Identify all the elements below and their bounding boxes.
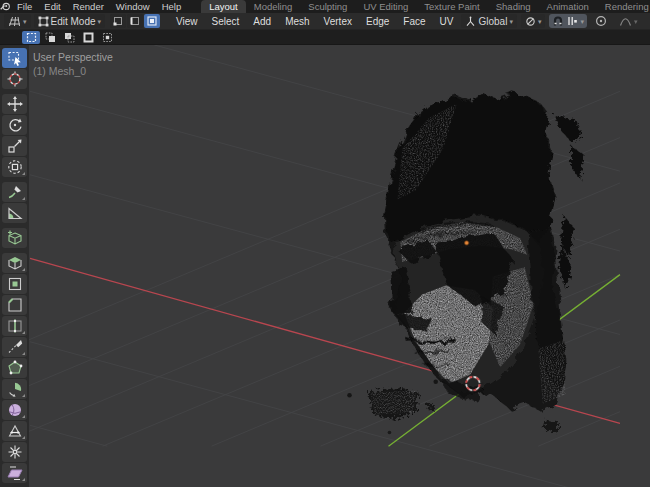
snap-magnet-icon[interactable]	[552, 15, 564, 27]
header-right-controls: Global ▾ ▾ ▾ ▾	[461, 14, 641, 28]
chevron-down-icon: ▾	[98, 18, 102, 25]
tool-move[interactable]	[2, 94, 27, 114]
menu-window[interactable]: Window	[110, 0, 156, 13]
edit-mode-icon	[38, 16, 49, 27]
menu-file[interactable]: File	[11, 0, 38, 13]
object-origin-dot	[464, 241, 468, 245]
editor-type-icon	[8, 16, 21, 27]
transform-orientation-dropdown[interactable]: Global ▾	[461, 14, 516, 28]
tool-shear[interactable]	[2, 463, 27, 483]
editor-type-button[interactable]: ▾	[4, 14, 31, 28]
proportional-editing-icon	[595, 15, 607, 27]
menu-face[interactable]: Face	[396, 16, 432, 27]
tool-loop-cut[interactable]	[2, 316, 27, 336]
select-mode-buttons	[110, 14, 160, 28]
chevron-down-icon: ▾	[634, 18, 638, 25]
tab-rendering[interactable]: Rendering	[597, 0, 650, 13]
select-mode-intersect-button[interactable]	[98, 31, 116, 44]
tool-rotate[interactable]	[2, 115, 27, 135]
tool-inset-faces[interactable]	[2, 274, 27, 294]
head-mesh	[384, 92, 584, 411]
tool-cursor[interactable]	[2, 69, 27, 89]
snap-target-icon[interactable]	[566, 15, 578, 27]
select-mode-invert-button[interactable]	[79, 31, 97, 44]
blender-logo-icon[interactable]	[0, 0, 11, 13]
viewport-header: ▾ Edit Mode ▾ View Select Add Mesh Verte…	[0, 13, 650, 30]
menu-edit[interactable]: Edit	[38, 0, 66, 13]
tab-modeling[interactable]: Modeling	[246, 0, 301, 13]
mode-dropdown[interactable]: Edit Mode ▾	[34, 14, 106, 28]
tool-transform[interactable]	[2, 157, 27, 177]
workspace-tabs: Layout Modeling Sculpting UV Editing Tex…	[201, 0, 650, 13]
select-mode-set-button[interactable]	[22, 31, 40, 44]
menu-uv[interactable]: UV	[433, 16, 461, 27]
topbar: File Edit Render Window Help Layout Mode…	[0, 0, 650, 13]
menu-render[interactable]: Render	[67, 0, 110, 13]
tool-annotate[interactable]	[2, 182, 27, 202]
falloff-curve-icon	[619, 15, 632, 27]
proportional-editing-toggle[interactable]	[591, 14, 611, 28]
snapping-controls: ▾	[549, 14, 587, 28]
tool-settings-bar	[0, 30, 650, 45]
tool-smooth[interactable]	[2, 400, 27, 420]
tool-edge-slide[interactable]	[2, 421, 27, 441]
edge-select-button[interactable]	[127, 14, 143, 28]
menu-mesh[interactable]: Mesh	[278, 16, 316, 27]
pivot-point-dropdown[interactable]: ▾	[521, 14, 546, 28]
pivot-point-icon	[525, 16, 536, 27]
tool-shrink-fatten[interactable]	[2, 442, 27, 462]
menu-select[interactable]: Select	[205, 16, 247, 27]
tool-measure[interactable]	[2, 203, 27, 223]
vertex-select-button[interactable]	[110, 14, 126, 28]
viewport-menus: View Select Add Mesh Vertex Edge Face UV	[169, 16, 460, 27]
menu-vertex[interactable]: Vertex	[317, 16, 359, 27]
select-mode-subtract-button[interactable]	[60, 31, 78, 44]
tool-extrude-region[interactable]	[2, 253, 27, 273]
falloff-dropdown[interactable]: ▾	[615, 14, 642, 28]
tool-spin[interactable]	[2, 379, 27, 399]
tab-sculpting[interactable]: Sculpting	[300, 0, 355, 13]
chevron-down-icon[interactable]: ▾	[580, 18, 584, 25]
tool-bevel[interactable]	[2, 295, 27, 315]
chevron-down-icon: ▾	[23, 18, 27, 25]
tool-knife[interactable]	[2, 337, 27, 357]
menu-view[interactable]: View	[169, 16, 205, 27]
menu-help[interactable]: Help	[156, 0, 188, 13]
toolbar	[0, 45, 29, 487]
face-select-button[interactable]	[144, 14, 160, 28]
blender-window: { "colors": { "accent": "#4772b3", "topb…	[0, 0, 650, 487]
tool-scale[interactable]	[2, 136, 27, 156]
mode-label: Edit Mode	[51, 16, 96, 27]
chevron-down-icon: ▾	[538, 18, 542, 25]
orientation-label: Global	[478, 16, 507, 27]
tab-animation[interactable]: Animation	[539, 0, 597, 13]
tab-texture-paint[interactable]: Texture Paint	[416, 0, 487, 13]
tool-select-box[interactable]	[2, 48, 27, 68]
tab-shading[interactable]: Shading	[488, 0, 539, 13]
orientation-axes-icon	[465, 16, 476, 27]
tool-add-cube[interactable]	[2, 228, 27, 248]
tool-poly-build[interactable]	[2, 358, 27, 378]
menu-add[interactable]: Add	[246, 16, 278, 27]
tab-layout[interactable]: Layout	[201, 0, 246, 13]
chevron-down-icon: ▾	[509, 18, 513, 25]
select-mode-extend-button[interactable]	[41, 31, 59, 44]
tab-uv-editing[interactable]: UV Editing	[355, 0, 416, 13]
viewport: User Perspective (1) Mesh_0	[0, 45, 650, 487]
viewport-canvas[interactable]	[0, 45, 650, 487]
menu-edge[interactable]: Edge	[359, 16, 396, 27]
